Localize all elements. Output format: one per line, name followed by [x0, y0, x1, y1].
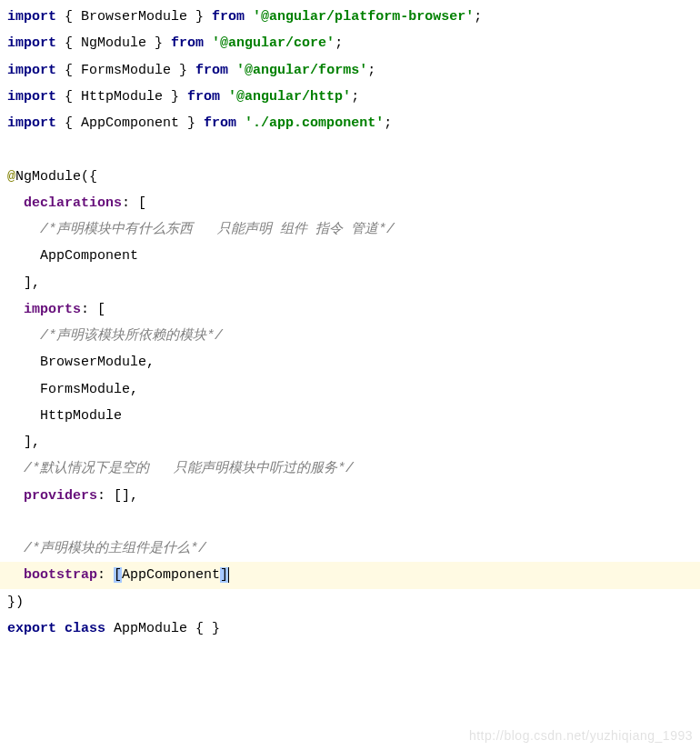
keyword-from: from	[171, 35, 204, 51]
code-line: import { NgModule } from '@angular/core'…	[7, 30, 700, 56]
identifier: FormsModule	[40, 382, 130, 397]
code-line: })	[7, 589, 700, 615]
blank-line	[7, 509, 700, 535]
string-literal: '@angular/http'	[228, 89, 351, 105]
identifier: HttpModule	[81, 89, 163, 105]
keyword-class: class	[65, 621, 105, 636]
keyword-import: import	[7, 35, 56, 51]
code-line: ],	[7, 429, 700, 455]
code-line: @NgModule({	[7, 164, 700, 190]
comment: /*声明模块的主组件是什么*/	[24, 541, 206, 556]
string-literal: '@angular/platform-browser'	[253, 9, 474, 25]
string-literal: './app.component'	[245, 115, 384, 131]
decorator-name: NgModule	[15, 169, 81, 185]
string-literal: '@angular/forms'	[236, 63, 367, 78]
brace: }	[187, 9, 212, 25]
keyword-import: import	[7, 115, 56, 131]
property-bootstrap: bootstrap	[24, 567, 97, 583]
code-line: bootstrap: [AppComponent]	[7, 567, 229, 583]
identifier: BrowserModule	[40, 355, 146, 370]
keyword-import: import	[7, 63, 56, 78]
identifier: AppComponent	[122, 567, 220, 583]
class-name: AppModule	[114, 621, 187, 636]
code-line: /*声明模块的主组件是什么*/	[7, 535, 700, 562]
code-line: ],	[7, 270, 700, 296]
keyword-import: import	[7, 89, 56, 105]
watermark-text: http://blog.csdn.net/yuzhiqiang_1993	[469, 728, 693, 743]
keyword-from: from	[187, 89, 220, 105]
code-line: providers: [],	[7, 483, 700, 509]
code-line: /*默认情况下是空的 只能声明模块中听过的服务*/	[7, 455, 700, 482]
comment: /*默认情况下是空的 只能声明模块中听过的服务*/	[24, 461, 354, 476]
brace: {	[56, 9, 81, 25]
code-line: AppComponent	[7, 243, 700, 269]
string-literal: '@angular/core'	[212, 35, 335, 51]
blank-line	[7, 136, 700, 163]
identifier: NgModule	[81, 35, 146, 51]
decorator-at: @	[7, 169, 15, 185]
property-imports: imports	[24, 302, 81, 317]
property-providers: providers	[24, 488, 97, 504]
keyword-from: from	[212, 9, 245, 25]
identifier: AppComponent	[40, 248, 138, 264]
identifier: AppComponent	[81, 115, 179, 131]
current-line-highlight: bootstrap: [AppComponent]	[0, 562, 700, 588]
code-line: /*声明该模块所依赖的模块*/	[7, 323, 700, 349]
code-line: import { BrowserModule } from '@angular/…	[7, 4, 700, 30]
code-line: export class AppModule { }	[7, 615, 700, 642]
comment: /*声明模块中有什么东西 只能声明 组件 指令 管道*/	[40, 222, 395, 237]
keyword-export: export	[7, 621, 56, 636]
selection-end-bracket: ]	[220, 567, 229, 583]
keyword-from: from	[204, 115, 236, 131]
comment: /*声明该模块所依赖的模块*/	[40, 328, 223, 344]
code-line: HttpModule	[7, 403, 700, 429]
code-line: BrowserModule,	[7, 349, 700, 375]
code-editor[interactable]: import { BrowserModule } from '@angular/…	[0, 0, 700, 645]
property-declarations: declarations	[24, 195, 122, 211]
selection-start-bracket: [	[114, 567, 122, 583]
code-line: /*声明模块中有什么东西 只能声明 组件 指令 管道*/	[7, 216, 700, 243]
code-line: import { AppComponent } from './app.comp…	[7, 110, 700, 136]
keyword-from: from	[195, 63, 228, 78]
code-line: imports: [	[7, 296, 700, 323]
identifier: HttpModule	[40, 408, 122, 424]
code-line: declarations: [	[7, 190, 700, 216]
code-line: import { HttpModule } from '@angular/htt…	[7, 84, 700, 110]
keyword-import: import	[7, 9, 56, 25]
semicolon: ;	[474, 9, 482, 25]
code-line: import { FormsModule } from '@angular/fo…	[7, 57, 700, 84]
identifier: FormsModule	[81, 63, 171, 78]
code-line: FormsModule,	[7, 376, 700, 403]
identifier: BrowserModule	[81, 9, 187, 25]
